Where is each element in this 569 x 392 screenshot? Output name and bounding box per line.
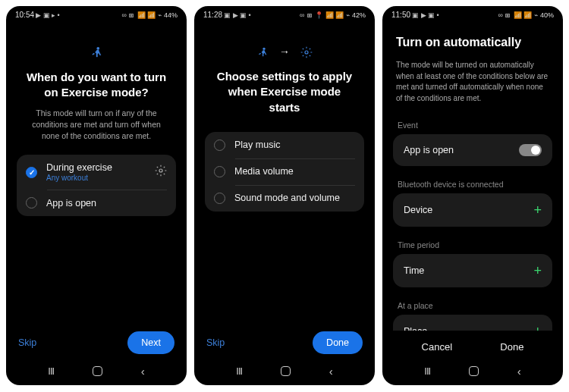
screen-turn-on-auto: 11:50 ▣ ▶ ▣ • ∞ 🗉 📶 📶 ⌁ 40% Turn on auto…	[382, 6, 563, 385]
nav-back[interactable]: ‹	[517, 365, 521, 378]
status-right-icons: ∞ 🗉 📍 📶 📶 ⌁	[300, 11, 350, 19]
option-label: Sound mode and volume	[234, 193, 355, 203]
nav-recents[interactable]: III	[424, 365, 430, 377]
skip-button[interactable]: Skip	[18, 337, 36, 348]
status-bar: 11:50 ▣ ▶ ▣ • ∞ 🗉 📶 📶 ⌁ 40%	[382, 6, 563, 20]
footer: Skip Next	[6, 324, 187, 359]
option-label: Media volume	[234, 166, 355, 177]
footer: Skip Done	[194, 324, 375, 359]
settings-button[interactable]	[155, 165, 167, 180]
option-sound-mode[interactable]: Sound mode and volume	[205, 185, 364, 212]
done-button[interactable]: Done	[500, 341, 523, 353]
row-label: App is open	[404, 145, 454, 155]
gear-icon	[155, 165, 167, 177]
mode-icon-row	[17, 45, 176, 59]
exercise-icon	[90, 45, 103, 59]
status-left-icons: ▣ ▶ ▣ •	[224, 11, 251, 19]
row-place[interactable]: Place +	[393, 315, 552, 331]
status-right-icons: ∞ 🗉 📶 📶 ⌁	[498, 11, 538, 19]
option-label: During exercise	[46, 162, 146, 173]
done-button[interactable]: Done	[313, 331, 363, 354]
svg-point-1	[159, 169, 162, 172]
status-bar: 10:54 ▶ ▣ ▸ • ∞ 🗉 📶 📶 ⌁ 44%	[6, 6, 187, 20]
nav-recents[interactable]: III	[48, 365, 54, 377]
nav-recents[interactable]: III	[236, 365, 242, 377]
page-subtitle: The mode will be turned on automatically…	[393, 60, 552, 104]
status-time: 10:54	[15, 11, 34, 19]
section-header-time: Time period	[393, 237, 552, 254]
option-media-volume[interactable]: Media volume	[205, 158, 364, 185]
status-battery: 42%	[352, 11, 366, 19]
radio-unchecked-icon	[26, 197, 37, 209]
nav-bar: III ‹	[194, 359, 375, 385]
svg-point-3	[305, 51, 308, 54]
svg-point-0	[96, 47, 99, 50]
arrow-right-icon: →	[279, 45, 290, 58]
status-time: 11:28	[203, 11, 222, 19]
add-icon[interactable]: +	[533, 264, 542, 278]
mode-icon-row: →	[205, 45, 364, 58]
gear-icon	[300, 46, 313, 58]
page-title: Turn on automatically	[393, 27, 552, 60]
status-right-icons: ∞ 🗉 📶 📶 ⌁	[122, 11, 162, 19]
option-label: App is open	[46, 198, 167, 209]
screen-choose-settings: 11:28 ▣ ▶ ▣ • ∞ 🗉 📍 📶 📶 ⌁ 42% → Choose s…	[194, 6, 375, 385]
row-label: Device	[404, 205, 432, 215]
radio-unchecked-icon	[214, 166, 225, 177]
toggle-switch[interactable]	[519, 144, 542, 156]
nav-back[interactable]: ‹	[141, 365, 145, 378]
option-during-exercise[interactable]: During exercise Any workout	[17, 155, 176, 190]
section-header-event: Event	[393, 118, 552, 134]
add-icon[interactable]: +	[533, 325, 542, 331]
svg-point-2	[262, 47, 265, 49]
footer: Cancel Done	[382, 331, 563, 359]
status-battery: 40%	[540, 11, 554, 19]
nav-back[interactable]: ‹	[329, 365, 333, 378]
exercise-icon	[256, 46, 269, 58]
status-time: 11:50	[391, 11, 410, 19]
option-app-open[interactable]: App is open	[17, 190, 176, 216]
section-header-bluetooth: Bluetooth device is connected	[393, 177, 552, 193]
screen-exercise-conditions: 10:54 ▶ ▣ ▸ • ∞ 🗉 📶 📶 ⌁ 44% When do you …	[6, 6, 187, 385]
radio-unchecked-icon	[214, 140, 225, 151]
status-bar: 11:28 ▣ ▶ ▣ • ∞ 🗉 📍 📶 📶 ⌁ 42%	[194, 6, 375, 20]
status-left-icons: ▣ ▶ ▣ •	[412, 11, 439, 19]
radio-checked-icon	[26, 167, 37, 178]
nav-home[interactable]	[469, 366, 479, 376]
nav-bar: III ‹	[6, 359, 187, 385]
option-sublabel: Any workout	[46, 174, 146, 182]
next-button[interactable]: Next	[127, 331, 174, 354]
nav-home[interactable]	[281, 366, 291, 376]
status-battery: 44%	[164, 11, 178, 19]
skip-button[interactable]: Skip	[206, 337, 225, 348]
add-icon[interactable]: +	[533, 203, 542, 217]
cancel-button[interactable]: Cancel	[422, 341, 452, 353]
option-play-music[interactable]: Play music	[205, 132, 364, 158]
nav-bar: III ‹	[382, 359, 563, 385]
options-card: During exercise Any workout App is open	[17, 155, 176, 216]
row-label: Time	[404, 265, 424, 276]
radio-unchecked-icon	[214, 193, 225, 204]
nav-home[interactable]	[93, 366, 102, 376]
options-card: Play music Media volume Sound mode and v…	[205, 132, 364, 212]
row-app-open[interactable]: App is open	[393, 134, 552, 166]
page-subtitle: This mode will turn on if any of the con…	[17, 108, 176, 141]
section-header-place: At a place	[393, 298, 552, 315]
row-time[interactable]: Time +	[393, 254, 552, 287]
row-device[interactable]: Device +	[393, 193, 552, 227]
status-left-icons: ▶ ▣ ▸ •	[36, 11, 60, 19]
option-label: Play music	[234, 140, 355, 150]
page-title: Choose settings to apply when Exercise m…	[205, 69, 364, 115]
page-title: When do you want to turn on Exercise mod…	[17, 70, 176, 101]
